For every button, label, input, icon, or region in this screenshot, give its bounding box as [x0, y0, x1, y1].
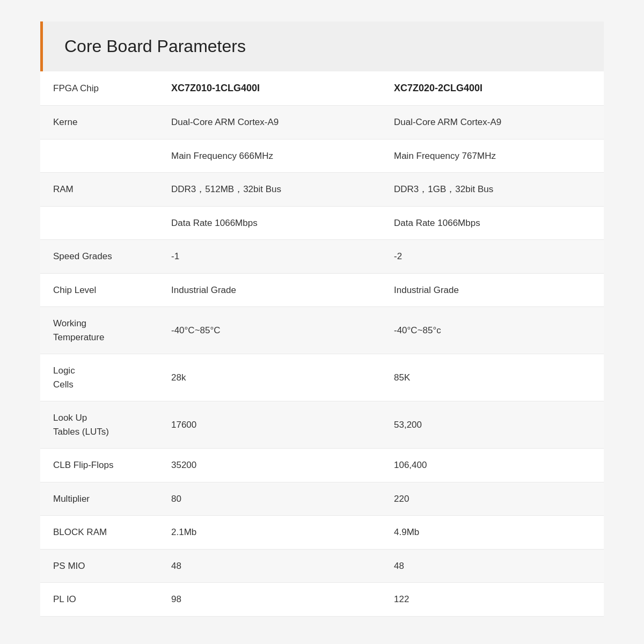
cell-val2-multiplier: 220	[381, 482, 604, 516]
cell-label-ram: RAM	[40, 173, 158, 206]
cell-val2-luts: 53,200	[381, 401, 604, 448]
cell-val1-ram: DDR3，512MB，32bit Bus	[158, 173, 381, 206]
cell-val1-clb-flip-flops: 35200	[158, 449, 381, 482]
table-row: CLB Flip-Flops35200106,400	[40, 449, 604, 482]
cell-label-chip-level: Chip Level	[40, 274, 158, 307]
cell-val1-speed-grades: -1	[158, 240, 381, 273]
table-row: Main Frequency 666MHzMain Frequency 767M…	[40, 140, 604, 173]
cell-label-clb-flip-flops: CLB Flip-Flops	[40, 449, 158, 482]
page-title: Core Board Parameters	[64, 36, 246, 56]
cell-label-luts: Look Up Tables (LUTs)	[40, 401, 158, 448]
table-row: PL IO98122	[40, 583, 604, 617]
cell-val2-logic-cells: 85K	[381, 354, 604, 401]
cell-val2-data-rate: Data Rate 1066Mbps	[381, 207, 604, 240]
cell-label-main-freq	[40, 140, 158, 173]
cell-label-block-ram: BLOCK RAM	[40, 516, 158, 549]
table-row: Multiplier80220	[40, 482, 604, 516]
table-row: RAMDDR3，512MB，32bit BusDDR3，1GB，32bit Bu…	[40, 173, 604, 207]
cell-val1-working-temp: -40°C~85°C	[158, 307, 381, 354]
cell-label-logic-cells: Logic Cells	[40, 354, 158, 401]
table-row: Data Rate 1066MbpsData Rate 1066Mbps	[40, 207, 604, 240]
cell-label-ps-mio: PS MIO	[40, 550, 158, 583]
cell-val1-kernel: Dual-Core ARM Cortex-A9	[158, 106, 381, 139]
cell-val2-working-temp: -40°C~85°c	[381, 307, 604, 354]
table-row: Chip LevelIndustrial GradeIndustrial Gra…	[40, 274, 604, 308]
table-row: Speed Grades-1-2	[40, 240, 604, 274]
cell-label-data-rate	[40, 207, 158, 240]
table-row: Logic Cells28k85K	[40, 354, 604, 401]
cell-val1-fpga-chip: XC7Z010-1CLG400I	[158, 71, 381, 105]
cell-val1-luts: 17600	[158, 401, 381, 448]
table-row: BLOCK RAM2.1Mb4.9Mb	[40, 516, 604, 550]
cell-val1-main-freq: Main Frequency 666MHz	[158, 140, 381, 173]
parameters-table: FPGA ChipXC7Z010-1CLG400IXC7Z020-2CLG400…	[40, 71, 604, 617]
cell-label-fpga-chip: FPGA Chip	[40, 71, 158, 105]
cell-val1-chip-level: Industrial Grade	[158, 274, 381, 307]
cell-label-working-temp: Working Temperature	[40, 307, 158, 354]
table-row: KerneDual-Core ARM Cortex-A9Dual-Core AR…	[40, 106, 604, 140]
cell-val1-logic-cells: 28k	[158, 354, 381, 401]
cell-val1-ps-mio: 48	[158, 550, 381, 583]
cell-val2-clb-flip-flops: 106,400	[381, 449, 604, 482]
cell-label-pl-io: PL IO	[40, 583, 158, 616]
cell-val1-multiplier: 80	[158, 482, 381, 516]
header-section: Core Board Parameters	[40, 21, 604, 71]
cell-val1-pl-io: 98	[158, 583, 381, 616]
cell-val2-pl-io: 122	[381, 583, 604, 616]
main-container: Core Board Parameters FPGA ChipXC7Z010-1…	[40, 21, 604, 617]
cell-val2-block-ram: 4.9Mb	[381, 516, 604, 549]
cell-val1-data-rate: Data Rate 1066Mbps	[158, 207, 381, 240]
cell-val2-main-freq: Main Frequency 767MHz	[381, 140, 604, 173]
cell-val2-fpga-chip: XC7Z020-2CLG400I	[381, 71, 604, 105]
table-row: PS MIO4848	[40, 550, 604, 583]
cell-label-multiplier: Multiplier	[40, 482, 158, 516]
table-row: FPGA ChipXC7Z010-1CLG400IXC7Z020-2CLG400…	[40, 71, 604, 106]
cell-val2-kernel: Dual-Core ARM Cortex-A9	[381, 106, 604, 139]
cell-val1-block-ram: 2.1Mb	[158, 516, 381, 549]
cell-label-kernel: Kerne	[40, 106, 158, 139]
cell-val2-chip-level: Industrial Grade	[381, 274, 604, 307]
cell-val2-speed-grades: -2	[381, 240, 604, 273]
cell-val2-ps-mio: 48	[381, 550, 604, 583]
cell-val2-ram: DDR3，1GB，32bit Bus	[381, 173, 604, 206]
table-row: Look Up Tables (LUTs)1760053,200	[40, 401, 604, 449]
table-row: Working Temperature-40°C~85°C-40°C~85°c	[40, 307, 604, 354]
cell-label-speed-grades: Speed Grades	[40, 240, 158, 273]
